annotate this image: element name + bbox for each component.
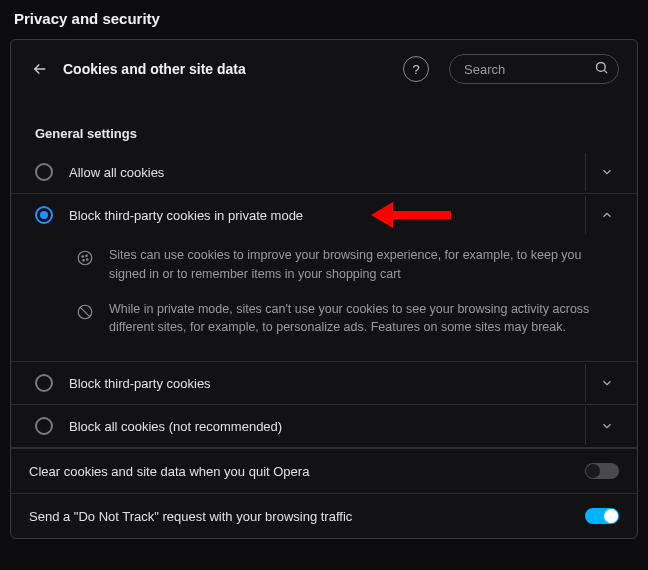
settings-panel: Cookies and other site data ? General se…	[10, 39, 638, 539]
detail-text: Sites can use cookies to improve your br…	[109, 246, 613, 284]
detail-text: While in private mode, sites can't use y…	[109, 300, 613, 338]
search-field-wrap	[449, 54, 619, 84]
expand-button[interactable]	[585, 364, 627, 402]
toggle-clear-on-quit[interactable]: Clear cookies and site data when you qui…	[11, 448, 637, 493]
collapse-button[interactable]	[585, 196, 627, 234]
cookie-icon	[75, 248, 95, 268]
page-title: Privacy and security	[0, 0, 648, 39]
option-detail: Sites can use cookies to improve your br…	[11, 236, 637, 362]
back-button[interactable]	[29, 58, 51, 80]
svg-point-0	[597, 63, 606, 72]
chevron-down-icon	[600, 419, 614, 433]
svg-point-2	[82, 256, 84, 258]
switch[interactable]	[585, 508, 619, 524]
switch[interactable]	[585, 463, 619, 479]
section-title-general: General settings	[11, 92, 637, 151]
toggle-label: Send a "Do Not Track" request with your …	[29, 509, 585, 524]
option-block-3p-private[interactable]: Block third-party cookies in private mod…	[11, 194, 637, 236]
radio-icon	[35, 417, 53, 435]
chevron-up-icon	[600, 208, 614, 222]
option-label: Block third-party cookies in private mod…	[69, 208, 577, 223]
help-button[interactable]: ?	[403, 56, 429, 82]
chevron-down-icon	[600, 376, 614, 390]
svg-point-4	[83, 260, 85, 262]
option-label: Allow all cookies	[69, 165, 577, 180]
radio-icon	[35, 206, 53, 224]
option-block-all[interactable]: Block all cookies (not recommended)	[11, 405, 637, 448]
panel-header: Cookies and other site data ?	[11, 40, 637, 92]
detail-row-blocked: While in private mode, sites can't use y…	[35, 294, 613, 348]
svg-point-5	[87, 259, 89, 261]
option-block-3p[interactable]: Block third-party cookies	[11, 362, 637, 405]
chevron-down-icon	[600, 165, 614, 179]
expand-button[interactable]	[585, 153, 627, 191]
svg-point-1	[78, 251, 92, 265]
blocked-icon	[75, 302, 95, 322]
arrow-left-icon	[31, 60, 49, 78]
radio-icon	[35, 374, 53, 392]
option-allow-all[interactable]: Allow all cookies	[11, 151, 637, 194]
svg-point-3	[86, 255, 88, 257]
option-label: Block third-party cookies	[69, 376, 577, 391]
radio-icon	[35, 163, 53, 181]
expand-button[interactable]	[585, 407, 627, 445]
toggle-do-not-track[interactable]: Send a "Do Not Track" request with your …	[11, 493, 637, 538]
search-icon	[594, 60, 609, 78]
panel-heading: Cookies and other site data	[63, 61, 391, 77]
detail-row-cookies: Sites can use cookies to improve your br…	[35, 240, 613, 294]
toggle-label: Clear cookies and site data when you qui…	[29, 464, 585, 479]
help-icon: ?	[412, 62, 419, 77]
option-label: Block all cookies (not recommended)	[69, 419, 577, 434]
